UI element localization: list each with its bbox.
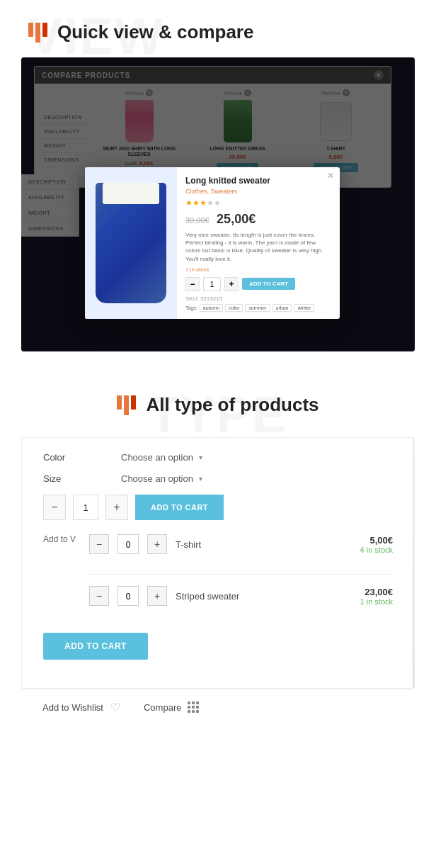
bar-icon-2: [117, 395, 136, 415]
size-select-arrow: ▾: [199, 475, 202, 483]
color-label: Color: [43, 452, 121, 463]
tag-urban[interactable]: urban: [272, 304, 292, 312]
var2-qty-plus[interactable]: +: [147, 586, 167, 606]
section2-header: TYPE All type of products: [0, 380, 436, 423]
size-label: Size: [43, 473, 121, 484]
var1-qty-minus[interactable]: −: [89, 534, 109, 554]
var-divider: [89, 574, 393, 575]
var2-qty-val[interactable]: 0: [117, 586, 139, 606]
size-option-row: Size Choose an option ▾: [43, 473, 393, 484]
var1-qty-val[interactable]: 0: [117, 534, 139, 554]
quickview-category[interactable]: Clothes, Sweaters: [185, 188, 329, 195]
variation-row-2: − 0 + Striped sweater 23,00€ 1 in stock: [89, 586, 393, 614]
tags-label: Tags:: [185, 305, 197, 310]
section1-header: VIEW Quick view & compare: [0, 0, 436, 50]
var2-price-area: 23,00€ 1 in stock: [360, 587, 393, 606]
bottom-add-cart: ADD TO CART: [43, 633, 393, 660]
quickview-qty-plus[interactable]: +: [224, 277, 239, 291]
quickview-new-price: 25,00€: [217, 212, 256, 226]
var2-qty-minus[interactable]: −: [89, 586, 109, 606]
heart-icon: ♡: [108, 700, 122, 714]
var1-stock: 4 in stock: [360, 546, 393, 554]
wishlist-label: Add to Wishlist: [42, 702, 103, 713]
quickview-title: Long knitted sweater: [185, 176, 329, 186]
tag-autumn[interactable]: autumn: [200, 304, 223, 312]
quickview-add-cart-btn[interactable]: ADD TO CART: [242, 278, 295, 290]
product-options-area: Color Choose an option ▾ Size Choose an …: [21, 437, 415, 689]
add-v-section: Add to V − 0 + T-shirt 5,00€ 4 in stock …: [43, 534, 393, 626]
screenshot-area: COMPARE PRODUCTS ✕ DESCRIPTION AVAILABIL…: [21, 57, 415, 351]
quickview-tags: Tags: autumn color summer urban winter: [185, 304, 329, 312]
section1-title: Quick view & compare: [57, 21, 253, 43]
add-to-wishlist-item[interactable]: Add to Wishlist ♡: [42, 700, 122, 714]
var2-price: 23,00€: [360, 587, 393, 597]
quickview-info: Long knitted sweater Clothes, Sweaters ★…: [177, 167, 340, 319]
quickview-qty-minus[interactable]: −: [185, 277, 200, 291]
quickview-sku: SKU: 3213215: [185, 295, 329, 302]
quickview-qty-row: − 1 + ADD TO CART: [185, 277, 329, 291]
add-cart-main-btn[interactable]: ADD TO CART: [135, 495, 224, 520]
color-select-text: Choose an option: [121, 452, 193, 463]
tag-summer[interactable]: summer: [245, 304, 270, 312]
qty-cart-row: − 1 + ADD TO CART: [43, 495, 393, 520]
color-select[interactable]: Choose an option ▾: [121, 452, 202, 463]
compare-label: Compare: [144, 702, 181, 713]
quickview-qty-value[interactable]: 1: [203, 277, 221, 291]
quickview-old-price: 30,00€: [185, 216, 210, 225]
var2-stock: 1 in stock: [360, 597, 393, 606]
quickview-close[interactable]: ✕: [327, 171, 334, 181]
bar-icon-1: [28, 23, 47, 43]
var1-qty-plus[interactable]: +: [147, 534, 167, 554]
variation-row-1: − 0 + T-shirt 5,00€ 4 in stock: [89, 534, 393, 563]
section2: TYPE All type of products Color Choose a…: [0, 366, 436, 732]
quickview-image: [85, 167, 177, 319]
color-select-arrow: ▾: [199, 453, 202, 461]
size-select-text: Choose an option: [121, 473, 193, 484]
var1-name: T-shirt: [176, 539, 352, 550]
var2-name: Striped sweater: [176, 591, 352, 602]
color-option-row: Color Choose an option ▾: [43, 452, 393, 463]
section2-title: All type of products: [146, 394, 319, 416]
qty-minus-btn[interactable]: −: [43, 495, 66, 520]
quickview-stock: 7 in stock: [185, 266, 329, 273]
compare-item[interactable]: Compare: [144, 700, 200, 714]
quickview-stars: ★★★★★: [185, 198, 329, 208]
wishlist-compare-bar: Add to Wishlist ♡ Compare: [21, 689, 415, 725]
compare-grid-icon: [186, 700, 200, 714]
bottom-add-cart-btn[interactable]: ADD TO CART: [43, 633, 148, 660]
quickview-modal: ✕ Long knitted sweater Clothes, Sweaters…: [85, 167, 340, 319]
quickview-prices: 30,00€ 25,00€: [185, 212, 329, 227]
add-v-label: Add to V: [43, 534, 89, 544]
tag-color[interactable]: color: [225, 304, 243, 312]
quickview-description: Very nice sweater. Its length is just co…: [185, 231, 329, 263]
var1-price-area: 5,00€ 4 in stock: [360, 535, 393, 554]
qty-value[interactable]: 1: [73, 495, 98, 520]
size-select[interactable]: Choose an option ▾: [121, 473, 202, 484]
var1-price: 5,00€: [360, 535, 393, 546]
qty-plus-btn[interactable]: +: [105, 495, 128, 520]
tag-winter[interactable]: winter: [294, 304, 314, 312]
